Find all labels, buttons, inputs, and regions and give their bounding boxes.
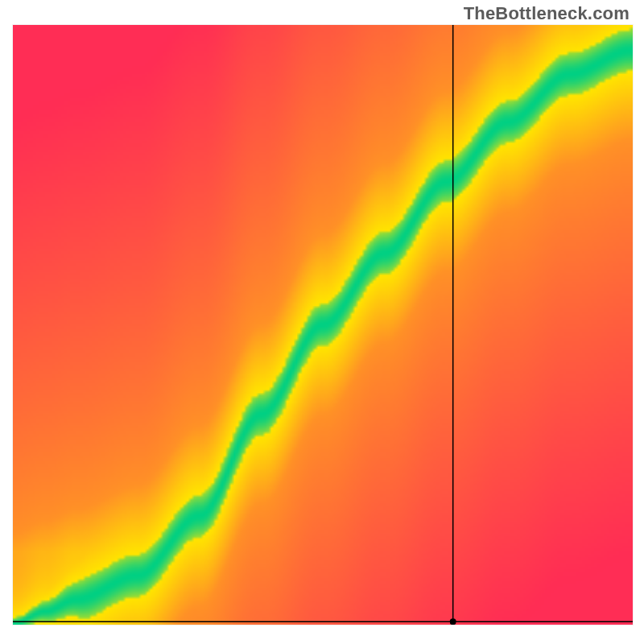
plot-area: [12, 24, 634, 625]
chart-container: TheBottleneck.com: [0, 0, 644, 644]
marker-point: [450, 618, 456, 625]
overlay-svg: [13, 25, 633, 625]
watermark-text: TheBottleneck.com: [464, 3, 630, 24]
